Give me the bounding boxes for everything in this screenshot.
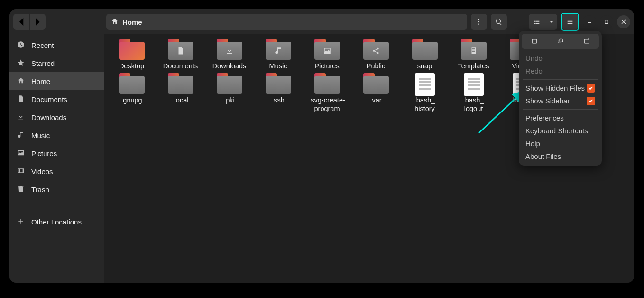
item-label: Documents bbox=[163, 62, 198, 70]
star-icon bbox=[17, 59, 25, 68]
item-label: Templates bbox=[458, 62, 489, 70]
folder-Pictures[interactable]: Pictures bbox=[303, 39, 351, 70]
file-.bash_history[interactable]: .bash_history bbox=[400, 73, 449, 113]
folder-.ssh[interactable]: .ssh bbox=[254, 73, 303, 113]
search-button[interactable] bbox=[491, 14, 507, 30]
sidebar-label: Recent bbox=[31, 41, 54, 49]
menu-redo[interactable]: Redo bbox=[522, 65, 599, 77]
file-icon bbox=[412, 73, 438, 94]
doc-icon bbox=[17, 95, 25, 104]
doc-icon bbox=[168, 43, 193, 59]
download-icon bbox=[17, 113, 25, 122]
sidebar-label: Other Locations bbox=[31, 218, 82, 226]
forward-button[interactable] bbox=[29, 14, 46, 30]
view-options-button[interactable] bbox=[545, 14, 557, 30]
menu-preferences[interactable]: Preferences bbox=[522, 112, 599, 124]
menu-window-row bbox=[522, 34, 599, 49]
new-window-button[interactable] bbox=[522, 34, 547, 49]
item-label: .var bbox=[370, 96, 381, 104]
folder-.local[interactable]: .local bbox=[156, 73, 205, 113]
home-icon bbox=[17, 77, 25, 86]
path-menu-button[interactable] bbox=[471, 14, 487, 30]
menu-help[interactable]: Help bbox=[522, 137, 599, 150]
picture-icon bbox=[17, 149, 25, 158]
menu-show-sidebar[interactable]: Show Sidebar bbox=[522, 94, 599, 107]
sidebar-label: Music bbox=[31, 131, 50, 140]
folder-icon bbox=[363, 73, 389, 94]
folder-.var[interactable]: .var bbox=[351, 73, 400, 113]
music-icon bbox=[17, 131, 25, 140]
sidebar-other-locations[interactable]: Other Locations bbox=[9, 213, 104, 231]
minimize-button[interactable] bbox=[583, 15, 596, 28]
home-icon bbox=[111, 18, 119, 27]
folder-icon bbox=[363, 39, 389, 60]
folder-.gnupg[interactable]: .gnupg bbox=[107, 73, 156, 113]
folder-snap[interactable]: snap bbox=[400, 39, 449, 70]
folder-icon bbox=[266, 73, 291, 94]
item-label: Desktop bbox=[119, 62, 144, 70]
item-label: .svg-create-program bbox=[304, 96, 351, 113]
item-label: .bash_logout bbox=[463, 96, 484, 113]
folder-Music[interactable]: Music bbox=[254, 39, 303, 70]
folder-Templates[interactable]: Templates bbox=[449, 39, 498, 70]
menu-keyboard-shortcuts[interactable]: Keyboard Shortcuts bbox=[522, 124, 599, 137]
folder-Public[interactable]: Public bbox=[351, 39, 400, 70]
show-sidebar-checkbox[interactable] bbox=[587, 97, 595, 105]
share-icon bbox=[363, 43, 389, 59]
item-label: Pictures bbox=[314, 62, 339, 70]
sidebar-item-starred[interactable]: Starred bbox=[9, 54, 104, 72]
file-.bash_logout[interactable]: .bash_logout bbox=[449, 73, 498, 113]
sidebar-item-documents[interactable]: Documents bbox=[9, 90, 104, 108]
sidebar-label: Home bbox=[31, 77, 50, 85]
item-label: Downloads bbox=[212, 62, 247, 70]
hamburger-menu: Undo Redo Show Hidden Files Show Sidebar… bbox=[519, 31, 602, 166]
folder-.svg-create-program[interactable]: .svg-create-program bbox=[303, 73, 351, 113]
menu-show-hidden[interactable]: Show Hidden Files bbox=[522, 82, 599, 94]
picture-icon bbox=[314, 43, 340, 59]
menu-undo[interactable]: Undo bbox=[522, 52, 599, 65]
sidebar-item-music[interactable]: Music bbox=[9, 126, 104, 144]
item-label: Music bbox=[269, 62, 287, 70]
trash-icon bbox=[17, 185, 25, 194]
nav-group bbox=[13, 14, 46, 30]
close-button[interactable] bbox=[617, 15, 630, 28]
download-icon bbox=[217, 43, 242, 59]
view-group bbox=[529, 14, 557, 30]
video-icon bbox=[17, 167, 25, 176]
item-label: snap bbox=[417, 62, 432, 70]
sidebar-label: Starred bbox=[31, 59, 55, 67]
sidebar-label: Videos bbox=[31, 168, 53, 176]
menu-about[interactable]: About Files bbox=[522, 150, 599, 163]
list-view-button[interactable] bbox=[529, 14, 545, 30]
folder-icon bbox=[168, 39, 193, 60]
template-icon bbox=[461, 43, 487, 59]
new-folder-window-button[interactable] bbox=[574, 34, 599, 49]
item-label: .ssh bbox=[272, 96, 285, 104]
sidebar-label: Trash bbox=[31, 186, 49, 194]
item-label: Public bbox=[367, 62, 386, 70]
folder-Downloads[interactable]: Downloads bbox=[205, 39, 254, 70]
sidebar-item-downloads[interactable]: Downloads bbox=[9, 108, 104, 126]
hamburger-menu-button[interactable] bbox=[562, 14, 578, 30]
item-label: .local bbox=[173, 96, 189, 104]
item-label: .pki bbox=[224, 96, 235, 104]
sidebar-item-trash[interactable]: Trash bbox=[9, 180, 104, 198]
sidebar-item-home[interactable]: Home bbox=[9, 72, 104, 90]
folder-.pki[interactable]: .pki bbox=[205, 73, 254, 113]
back-button[interactable] bbox=[13, 14, 29, 30]
sidebar-item-videos[interactable]: Videos bbox=[9, 162, 104, 180]
sidebar: RecentStarredHomeDocumentsDownloadsMusic… bbox=[9, 34, 104, 283]
maximize-button[interactable] bbox=[600, 15, 613, 28]
path-bar[interactable]: Home bbox=[106, 14, 467, 30]
folder-icon bbox=[314, 39, 340, 60]
folder-icon bbox=[314, 73, 340, 94]
sidebar-item-recent[interactable]: Recent bbox=[9, 36, 104, 54]
music-icon bbox=[266, 43, 291, 59]
folder-Desktop[interactable]: Desktop bbox=[107, 39, 156, 70]
folder-Documents[interactable]: Documents bbox=[156, 39, 205, 70]
sidebar-item-pictures[interactable]: Pictures bbox=[9, 144, 104, 162]
folder-icon bbox=[119, 73, 145, 94]
new-tab-button[interactable] bbox=[548, 34, 573, 49]
path-label: Home bbox=[122, 18, 142, 26]
show-hidden-checkbox[interactable] bbox=[587, 84, 595, 93]
